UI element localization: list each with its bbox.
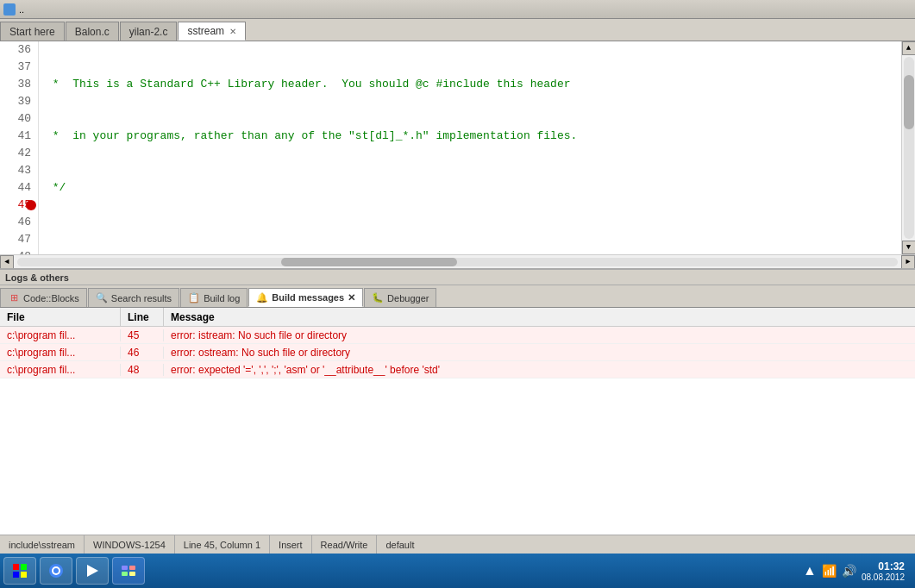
bottom-tab-search-results[interactable]: 🔍 Search results [88,288,179,307]
svg-rect-3 [21,572,27,578]
line-num-41: 41 [7,128,31,145]
scroll-left-btn[interactable]: ◄ [0,255,14,269]
table-row[interactable]: c:\program fil... 46 error: ostream: No … [0,344,915,361]
scroll-up-btn[interactable]: ▲ [902,41,916,55]
bottom-tab-build-messages[interactable]: 🔔 Build messages ✕ [248,288,363,307]
right-scrollbar[interactable]: ▲ ▼ [901,41,915,254]
h-scrollbar-thumb[interactable] [281,258,457,266]
code-content: 36 37 38 39 40 41 42 43 44 45 46 47 48 4… [0,41,915,254]
tab-label-sstream: sstream [187,25,224,37]
line-num-45: 45 [7,197,31,214]
code-lines[interactable]: * This is a Standard C++ Library header.… [39,41,901,254]
line-num-42: 42 [7,145,31,162]
table-row[interactable]: c:\program fil... 45 error: istream: No … [0,327,915,344]
status-position: Line 45, Column 1 [175,535,270,554]
svg-rect-9 [129,566,135,570]
msg-cell-msg-2: error: expected '=', ',', ';', 'asm' or … [164,364,915,376]
svg-rect-11 [129,572,135,576]
line-num-43: 43 [7,162,31,179]
code-line-36: * This is a Standard C++ Library header.… [46,76,901,93]
status-path: include\sstream [0,535,85,554]
scroll-thumb[interactable] [904,75,914,129]
svg-point-6 [53,568,59,573]
msg-cell-line-2: 48 [121,364,164,376]
tab-yilan-2c[interactable]: yilan-2.c [120,22,178,41]
line-num-39: 39 [7,93,31,110]
messages-panel: File Line Message c:\program fil... 45 e… [0,308,915,535]
svg-rect-10 [122,572,128,576]
tab-close-sstream[interactable]: ✕ [229,27,236,36]
cb-icon: ⊞ [8,292,20,304]
messages-body: c:\program fil... 45 error: istream: No … [0,327,915,535]
msg-cell-file-0: c:\program fil... [0,329,121,341]
title-bar: .. [0,0,915,19]
debug-icon: 🐛 [372,292,384,304]
status-ui: default [377,535,423,554]
line-num-48: 48 [7,248,31,254]
taskbar-start-btn[interactable] [3,557,36,585]
svg-rect-1 [21,564,27,570]
taskbar-chrome-btn[interactable] [40,557,72,585]
taskbar-tray: ▲ 📶 🔊 01:32 08.08.2012 [796,560,912,582]
msg-cell-msg-0: error: istream: No such file or director… [164,329,915,341]
search-icon: 🔍 [96,292,108,304]
line-num-44: 44 [7,179,31,197]
taskbar-app-btn[interactable] [112,557,145,585]
tray-icon-volume: 🔊 [842,564,856,578]
msg-cell-file-2: c:\program fil... [0,364,121,376]
tab-bar: Start here Balon.c yilan-2.c sstream ✕ [0,19,915,41]
h-scrollbar-track [17,258,898,266]
breakpoint-indicator [26,200,36,210]
code-line-39 [46,231,901,248]
status-access: Read/Write [312,535,378,554]
svg-rect-8 [122,566,128,570]
table-row[interactable]: c:\program fil... 48 error: expected '='… [0,361,915,378]
status-bar: include\sstream WINDOWS-1254 Line 45, Co… [0,535,915,554]
code-scroll[interactable]: 36 37 38 39 40 41 42 43 44 45 46 47 48 4… [0,41,915,254]
msg-cell-file-1: c:\program fil... [0,347,121,359]
h-scrollbar[interactable]: ◄ ► [0,254,915,268]
svg-rect-2 [13,572,19,578]
bottom-tab-label-build-log: Build log [204,293,240,303]
line-num-47: 47 [7,231,31,248]
bottom-tab-label-debugger: Debugger [387,293,429,303]
bottom-tab-close-build-messages[interactable]: ✕ [348,292,355,303]
bottom-tab-codeblocks[interactable]: ⊞ Code::Blocks [0,288,87,307]
tray-icon-network: 📶 [822,564,837,578]
tab-balon-c[interactable]: Balon.c [66,22,119,41]
taskbar-date: 08.08.2012 [862,572,905,582]
bottom-tab-build-log[interactable]: 📋 Build log [180,288,248,307]
line-num-37: 37 [7,59,31,76]
taskbar-time: 01:32 [862,560,905,572]
tab-sstream[interactable]: sstream ✕ [178,22,246,41]
logs-divider: Logs & others [0,268,915,285]
msg-icon: 🔔 [256,291,268,303]
title-text: .. [19,4,24,15]
svg-marker-7 [87,565,98,577]
col-line-header: Line [121,308,164,326]
msg-cell-line-1: 46 [121,347,164,359]
scroll-track [904,57,914,239]
scroll-right-btn[interactable]: ► [901,255,915,269]
col-msg-header: Message [164,308,915,326]
msg-cell-msg-1: error: ostream: No such file or director… [164,347,915,359]
status-mode: Insert [270,535,312,554]
tab-label-start-here: Start here [9,26,55,38]
line-num-46: 46 [7,214,31,231]
line-numbers: 36 37 38 39 40 41 42 43 44 45 46 47 48 4… [0,41,39,254]
taskbar-clock[interactable]: 01:32 08.08.2012 [862,560,905,582]
bottom-tab-debugger[interactable]: 🐛 Debugger [364,288,436,307]
log-icon: 📋 [188,292,200,304]
svg-rect-0 [13,564,19,570]
scroll-down-btn[interactable]: ▼ [902,241,916,254]
msg-cell-line-0: 45 [121,329,164,341]
taskbar-media-btn[interactable] [76,557,109,585]
tab-label-yilan-2c: yilan-2.c [129,26,168,38]
code-line-38: */ [46,179,901,197]
bottom-tab-label-codeblocks: Code::Blocks [23,293,79,303]
tab-start-here[interactable]: Start here [0,22,65,41]
taskbar: ▲ 📶 🔊 01:32 08.08.2012 [0,554,915,588]
tray-icon-1: ▲ [803,563,817,579]
status-encoding: WINDOWS-1254 [85,535,175,554]
messages-header: File Line Message [0,308,915,327]
